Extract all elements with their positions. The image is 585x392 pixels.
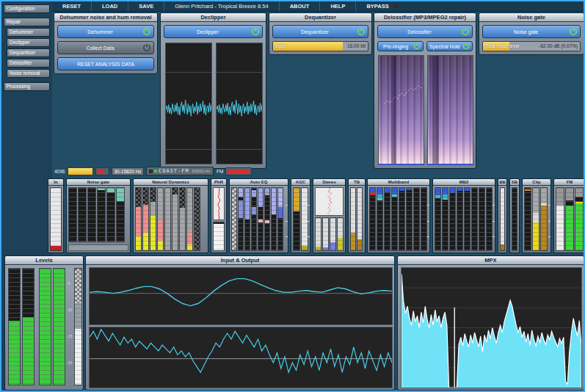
meter-bar	[464, 187, 470, 251]
meter-panel-body	[500, 187, 505, 251]
meter-panel-st[interactable]: Stereo	[313, 178, 346, 253]
pre-ringing-label: Pre-ringing	[378, 44, 413, 49]
meter-panel-title: Stereo	[313, 179, 345, 186]
meter-bar	[524, 187, 531, 251]
meter-segment	[575, 203, 583, 250]
menu-bypass[interactable]: BYPASS	[356, 1, 407, 11]
meter-bar	[87, 187, 96, 242]
meter-bar	[150, 187, 156, 251]
dequantizer-toggle-button[interactable]: Dequantizer	[272, 25, 368, 38]
meter-seg-lines	[302, 188, 308, 250]
noise-level-label: Total noise level	[485, 42, 519, 51]
declipper-toggle-button[interactable]: Declipper	[164, 25, 263, 38]
meter-panel-bb[interactable]: BB	[498, 178, 507, 253]
dequantizer-input-slider[interactable]: Input 16.00 bit	[272, 41, 368, 51]
menubar: RESET LOAD SAVE Glenn Pritchard - Tropic…	[52, 1, 584, 12]
meter-panel-ng[interactable]: Noise gate	[66, 178, 131, 253]
meter-segment	[172, 188, 178, 195]
sidebar-item-dequantizer[interactable]: Dequantizer	[7, 48, 50, 57]
sidebar-item-delossifier[interactable]: Delossifier	[7, 59, 50, 68]
meter-bar	[271, 187, 277, 251]
meter-segment	[525, 189, 531, 192]
meter-seg-lines	[479, 188, 484, 250]
meter-bar	[322, 217, 329, 251]
preset-title: Glenn Pritchard - Tropical Breeze 8.54	[164, 1, 280, 11]
meter-seg-lines	[385, 188, 390, 250]
meter-panel-tb[interactable]: TB	[348, 178, 366, 253]
declipper-waveform-right	[217, 43, 262, 164]
tick-mark	[308, 236, 310, 237]
meter-panel-sb[interactable]: SB	[509, 178, 520, 253]
meter-segment	[294, 188, 299, 211]
meter-segment	[117, 188, 124, 201]
meter-bar	[116, 187, 125, 242]
power-icon	[357, 27, 366, 36]
meter-segment	[143, 233, 148, 250]
meter-seg-lines	[525, 188, 531, 250]
reset-analysis-label: RESET ANALYSIS DATA	[58, 62, 153, 67]
meter-bar	[68, 187, 77, 242]
meter-bar	[457, 187, 463, 251]
pre-ringing-toggle-button[interactable]: Pre-ringing	[377, 41, 424, 51]
reset-analysis-button[interactable]: RESET ANALYSIS DATA	[57, 57, 154, 70]
meter-segment	[252, 190, 256, 197]
meter-bar	[512, 187, 517, 251]
collect-data-button[interactable]: Collect Data	[57, 41, 154, 54]
sidebar-item-processing[interactable]: Processing	[4, 82, 50, 91]
meter-seg-lines	[512, 188, 517, 250]
menu-reset[interactable]: RESET	[52, 1, 92, 11]
meter-bar	[357, 187, 363, 251]
levels-meters: -5-10-15-20	[5, 265, 83, 390]
spectral-hole-label: Spectral Hole	[427, 44, 462, 49]
meter-panel-agc[interactable]: AGC	[291, 178, 310, 253]
app-window: RESET LOAD SAVE Glenn Pritchard - Tropic…	[0, 0, 585, 392]
menu-help[interactable]: HELP	[320, 1, 356, 11]
meter-panel-in[interactable]: In	[48, 178, 64, 253]
meter-segment	[338, 238, 343, 250]
dehummer-toggle-button[interactable]: Dehummer	[57, 25, 154, 38]
declipper-wave-left	[165, 43, 212, 164]
meter-panel-body	[50, 187, 62, 251]
meter-panel-title: AGC	[291, 179, 310, 186]
meter-seg-lines	[414, 188, 419, 250]
tick-mark	[286, 236, 288, 237]
mpx-spectrum	[401, 268, 581, 388]
meter-bar	[486, 187, 493, 251]
meter-bar	[179, 187, 186, 251]
meter-panel-fm[interactable]: FM	[553, 178, 585, 253]
meter-bar	[377, 187, 383, 251]
meter-panel-nd[interactable]: Natural Dynamics	[133, 178, 208, 253]
declipper-wave-right	[216, 43, 263, 164]
sidebar-item-noise-removal[interactable]: Noise removal	[7, 69, 50, 78]
tick-mark	[493, 205, 495, 206]
noise-gate-footer-bar	[68, 244, 128, 251]
sidebar-item-dehummer[interactable]: Dehummer	[7, 28, 50, 37]
menu-save[interactable]: SAVE	[128, 1, 164, 11]
noise-gate-toggle-button[interactable]: Noise gate	[482, 25, 581, 38]
delossifier-toggle-button[interactable]: Delossifier	[377, 25, 473, 38]
menu-about[interactable]: ABOUT	[280, 1, 321, 11]
sidebar-item-repair[interactable]: Repair	[4, 18, 50, 26]
buffer-bar	[68, 167, 93, 175]
meter-segment	[323, 247, 328, 250]
meter-panel-mb[interactable]: Multiband	[367, 178, 430, 253]
meter-bar	[244, 187, 250, 251]
meter-panel-title: Clip	[523, 179, 551, 186]
meter-segment	[541, 188, 547, 203]
meter-segment	[252, 207, 256, 214]
meter-panel-aeq[interactable]: Auto EQ	[229, 178, 288, 253]
meter-segment	[357, 239, 362, 250]
menu-load[interactable]: LOAD	[92, 1, 128, 11]
spectral-hole-toggle-button[interactable]: Spectral Hole	[426, 41, 473, 51]
declipper-button-label: Declipper	[164, 29, 251, 35]
sidebar-item-declipper[interactable]: Declipper	[7, 38, 50, 47]
meter-panel-phr[interactable]: PhR	[211, 178, 227, 253]
power-icon	[569, 27, 578, 36]
noise-level-slider[interactable]: Total noise level -62.00 dB (0.07%)	[482, 41, 581, 51]
sidebar-item-configuration[interactable]: Configuration	[4, 4, 50, 13]
meter-bar	[172, 187, 178, 251]
input-waveform	[90, 268, 392, 324]
meter-panel-mb2[interactable]: MB2	[432, 178, 495, 253]
meter-segment	[143, 205, 148, 233]
meter-panel-clip[interactable]: Clip	[522, 178, 551, 253]
